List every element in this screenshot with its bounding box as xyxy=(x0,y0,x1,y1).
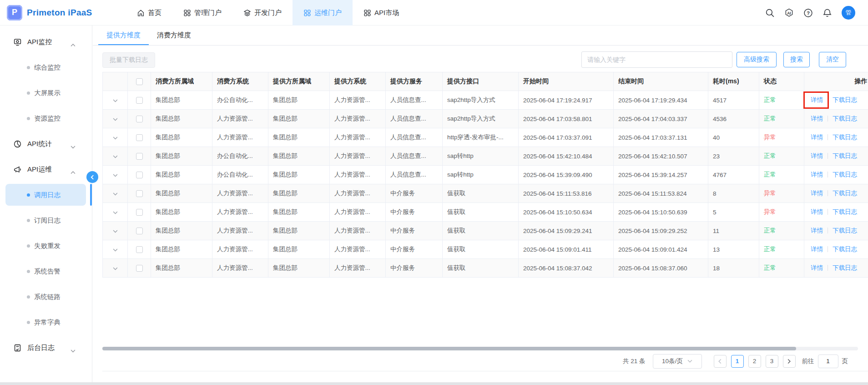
row-expand-icon[interactable] xyxy=(113,153,118,156)
sidebar-item-综合监控[interactable]: 综合监控 xyxy=(0,55,92,80)
detail-link[interactable]: 详情 xyxy=(811,264,823,271)
cell-consumer_system: 人力资源管... xyxy=(212,222,268,240)
row-expand-icon[interactable] xyxy=(113,190,118,193)
download-log-link[interactable]: 下载日志 xyxy=(833,96,857,103)
detail-link[interactable]: 详情 xyxy=(811,171,823,178)
row-checkbox[interactable] xyxy=(136,209,143,216)
nav-item-5[interactable]: API市场 xyxy=(359,0,404,25)
download-log-link[interactable]: 下载日志 xyxy=(833,227,857,234)
notification-bell-icon[interactable] xyxy=(823,8,832,18)
sidebar-item-失败重发[interactable]: 失败重发 xyxy=(0,233,92,258)
goto-page-input[interactable] xyxy=(818,355,838,368)
row-expand-icon[interactable] xyxy=(113,228,118,231)
sidebar-item-订阅日志[interactable]: 订阅日志 xyxy=(0,208,92,233)
row-checkbox[interactable] xyxy=(136,172,143,178)
detail-link[interactable]: 详情 xyxy=(811,190,823,197)
download-log-link[interactable]: 下载日志 xyxy=(833,152,857,159)
prev-page-button[interactable] xyxy=(714,355,727,368)
help-icon[interactable]: ? xyxy=(803,8,813,18)
select-all-checkbox[interactable] xyxy=(136,78,143,85)
advanced-search-button[interactable]: 高级搜索 xyxy=(737,52,777,67)
sidebar-group-label: API统计 xyxy=(27,140,52,148)
top-navbar: P Primeton iPaaS 首页管理门户开发门户运维门户API市场 AI … xyxy=(0,0,868,25)
nav-item-2[interactable]: 管理门户 xyxy=(179,0,226,25)
row-checkbox[interactable] xyxy=(136,153,143,160)
download-log-link[interactable]: 下载日志 xyxy=(833,134,857,141)
sidebar-item-调用日志[interactable]: 调用日志 xyxy=(0,182,92,208)
download-log-link[interactable]: 下载日志 xyxy=(833,246,857,253)
row-expand-icon[interactable] xyxy=(113,97,118,100)
detail-link[interactable]: 详情 xyxy=(811,96,823,103)
detail-link[interactable]: 详情 xyxy=(811,227,823,234)
nav-item-4[interactable]: 运维门户 xyxy=(293,0,353,25)
download-log-link[interactable]: 下载日志 xyxy=(833,264,857,271)
search-button[interactable]: 搜索 xyxy=(783,52,810,67)
row-checkbox[interactable] xyxy=(136,134,143,141)
row-expand-icon[interactable] xyxy=(113,246,118,249)
tab-provider-dimension[interactable]: 提供方维度 xyxy=(98,25,149,45)
page-button-3[interactable]: 3 xyxy=(766,355,778,368)
cell-provider_domain: 集团总部 xyxy=(268,222,330,240)
horizontal-scrollbar-track[interactable] xyxy=(102,347,858,350)
detail-link[interactable]: 详情 xyxy=(811,246,823,253)
ai-assistant-icon[interactable]: AI xyxy=(784,8,794,18)
nav-item-3[interactable]: 开发门户 xyxy=(239,0,286,25)
sidebar-item-系统告警[interactable]: 系统告警 xyxy=(0,258,92,284)
row-checkbox[interactable] xyxy=(136,190,143,197)
download-log-link[interactable]: 下载日志 xyxy=(833,171,857,178)
keyword-search-input[interactable] xyxy=(581,51,732,68)
user-avatar[interactable]: 管 xyxy=(842,6,855,20)
sidebar-group-API监控[interactable]: API监控 xyxy=(0,29,92,55)
row-expand-icon[interactable] xyxy=(113,116,118,119)
row-checkbox[interactable] xyxy=(136,97,143,104)
download-log-link[interactable]: 下载日志 xyxy=(833,115,857,122)
download-log-link[interactable]: 下载日志 xyxy=(833,190,857,197)
column-header-提供方所属域: 提供方所属域 xyxy=(268,72,330,91)
search-icon[interactable] xyxy=(765,8,775,18)
row-checkbox[interactable] xyxy=(136,265,143,272)
window-bottom-scrollbar[interactable] xyxy=(0,382,868,385)
sidebar-item-系统链路[interactable]: 系统链路 xyxy=(0,284,92,309)
home-icon xyxy=(137,9,145,17)
clear-button[interactable]: 清空 xyxy=(819,52,846,67)
row-checkbox[interactable] xyxy=(136,246,143,253)
horizontal-scrollbar-thumb[interactable] xyxy=(102,347,796,350)
sidebar-item-大屏展示[interactable]: 大屏展示 xyxy=(0,80,92,106)
nav-item-1[interactable]: 首页 xyxy=(132,0,166,25)
cell-provider_service: 中介服务 xyxy=(386,222,443,240)
cell-start_time: 2025-06-04 15:09:01.411 xyxy=(519,240,614,259)
page-button-2[interactable]: 2 xyxy=(748,355,761,368)
page-button-1[interactable]: 1 xyxy=(731,355,744,368)
status-badge: 异常 xyxy=(764,190,776,197)
chevron-down-icon xyxy=(687,360,692,363)
sidebar-item-资源监控[interactable]: 资源监控 xyxy=(0,106,92,131)
row-checkbox[interactable] xyxy=(136,116,143,122)
sidebar-collapse-toggle[interactable] xyxy=(86,171,98,183)
row-expand-icon[interactable] xyxy=(113,209,118,212)
cell-provider_system: 人力资源管... xyxy=(330,240,386,259)
detail-link[interactable]: 详情 xyxy=(811,134,823,141)
bullet-icon xyxy=(27,321,30,324)
batch-download-button[interactable]: 批量下载日志 xyxy=(102,52,155,68)
detail-link[interactable]: 详情 xyxy=(811,152,823,159)
detail-link[interactable]: 详情 xyxy=(811,208,823,215)
sidebar-group-API统计[interactable]: API统计 xyxy=(0,131,92,157)
sidebar-group-API运维[interactable]: API运维 xyxy=(0,157,92,182)
row-expand-icon[interactable] xyxy=(113,265,118,268)
next-page-button[interactable] xyxy=(783,355,796,368)
page-size-select[interactable]: 10条/页 xyxy=(653,354,702,369)
row-expand-icon[interactable] xyxy=(113,172,118,175)
row-checkbox[interactable] xyxy=(136,228,143,234)
sidebar-item-异常字典[interactable]: 异常字典 xyxy=(0,309,92,335)
call-log-table: 消费方所属域消费方系统提供方所属域提供方系统提供方服务提供方接口开始时间结束时间… xyxy=(102,72,868,278)
cell-provider_system: 人力资源管... xyxy=(330,110,386,128)
pagination-bar: 共 21 条 10条/页 123 前往 页 xyxy=(102,351,868,371)
document-icon xyxy=(13,344,22,352)
detail-link[interactable]: 详情 xyxy=(811,115,823,122)
tab-consumer-dimension[interactable]: 消费方维度 xyxy=(149,25,199,45)
row-expand-icon[interactable] xyxy=(113,134,118,137)
avatar-text: 管 xyxy=(846,9,852,17)
download-log-link[interactable]: 下载日志 xyxy=(833,208,857,215)
status-badge: 正常 xyxy=(764,227,776,234)
sidebar-group-后台日志[interactable]: 后台日志 xyxy=(0,335,92,360)
